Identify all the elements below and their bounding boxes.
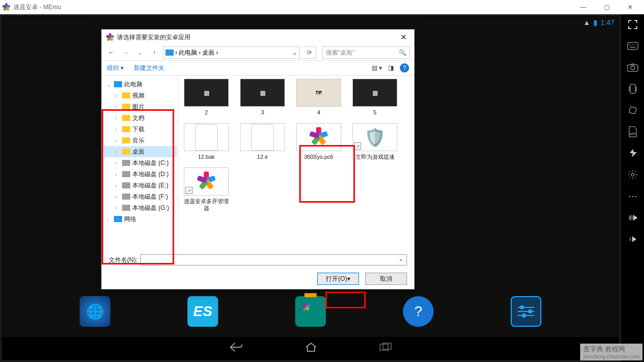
more-icon[interactable]: ⋯ <box>626 189 640 203</box>
browser-app-icon[interactable]: 🌐 <box>80 296 110 327</box>
file-item[interactable]: 🛡️↗立即为游戏提速 <box>352 123 398 160</box>
view-menu[interactable]: ▤ ▾ <box>372 64 382 71</box>
android-statusbar: ▲ ▮ 1:47 <box>3 17 618 28</box>
file-grid[interactable]: ▦2▦3🗺4▦512.bak12.e360Sys.pc6🛡️↗立即为游戏提速↗逍… <box>178 76 414 250</box>
shake-icon[interactable] <box>626 82 640 96</box>
tree-item[interactable]: ›本地磁盘 (C:) <box>103 157 177 168</box>
nav-back-button[interactable]: ← <box>106 47 117 58</box>
clean-icon[interactable] <box>626 146 640 160</box>
apk-icon[interactable]: APK <box>626 125 640 139</box>
maximize-button[interactable]: ▢ <box>595 0 618 14</box>
file-item[interactable]: 12.bak <box>183 123 229 160</box>
tree-item[interactable]: ›文档 <box>103 112 177 124</box>
svg-point-7 <box>520 306 523 309</box>
tree-item[interactable]: ⌄此电脑 <box>103 79 177 90</box>
svg-point-8 <box>529 310 532 313</box>
svg-rect-4 <box>629 107 636 114</box>
dialog-logo-icon <box>106 33 114 41</box>
dialog-navbar: ← → ⌄ ↑ › 此电脑 › 桌面 › ⌄ ⟳ 搜索"桌面" 🔍 <box>102 45 414 60</box>
volume-up-icon[interactable]: 🕪 <box>626 210 640 225</box>
recent-button[interactable] <box>379 342 392 354</box>
file-item[interactable]: ▦3 <box>240 79 285 116</box>
tree-item[interactable]: ›网络 <box>103 213 177 225</box>
back-button[interactable] <box>229 342 243 355</box>
tree-item[interactable]: ›本地磁盘 (G:) <box>103 202 177 213</box>
fullscreen-icon[interactable] <box>626 17 640 32</box>
memu-logo-icon <box>2 3 10 11</box>
rotate-icon[interactable] <box>626 103 640 117</box>
refresh-button[interactable]: ⟳ <box>303 46 316 59</box>
tree-item[interactable]: ›视频 <box>103 90 177 101</box>
dialog-toolbar: 组织 ▾ 新建文件夹 ▤ ▾ ◨ ? <box>102 60 414 76</box>
filename-label: 文件名(N): <box>109 256 137 264</box>
filename-input[interactable] <box>140 254 407 266</box>
tree-item[interactable]: ›下载 <box>103 124 177 135</box>
nav-up-button[interactable]: ↑ <box>149 47 160 58</box>
svg-point-6 <box>631 173 634 176</box>
breadcrumb[interactable]: › 此电脑 › 桌面 › ⌄ <box>163 46 300 59</box>
search-input[interactable]: 搜索"桌面" 🔍 <box>322 46 410 59</box>
minimize-button[interactable]: — <box>571 0 595 14</box>
search-placeholder: 搜索"桌面" <box>326 49 355 57</box>
folder-tree[interactable]: ⌄此电脑›视频›图片›文档›下载›音乐›桌面›本地磁盘 (C:)›本地磁盘 (D… <box>102 76 178 250</box>
memu-titlebar: 逍遥安卓 - MEmu — ▢ ✕ <box>0 0 644 14</box>
appstore-app-icon[interactable] <box>295 296 326 327</box>
nav-forward-button[interactable]: → <box>120 47 131 58</box>
wifi-icon: ▲ <box>583 18 590 27</box>
file-item[interactable]: 360Sys.pc6 <box>296 123 342 160</box>
svg-rect-3 <box>630 84 635 93</box>
file-item[interactable]: ▦5 <box>352 79 398 116</box>
breadcrumb-current[interactable]: 桌面 <box>202 49 214 57</box>
window-title: 逍遥安卓 - MEmu <box>13 3 61 12</box>
filemanager-app-icon[interactable]: ES <box>187 296 218 327</box>
tree-item[interactable]: ›本地磁盘 (D:) <box>103 168 177 180</box>
settings-icon[interactable] <box>626 167 640 182</box>
dialog-footer: 文件名(N): 打开(O) ▾ 取消 <box>102 250 414 289</box>
tree-item[interactable]: ›本地磁盘 (E:) <box>103 180 177 191</box>
file-item[interactable]: ↗逍遥安卓多开管理器 <box>183 167 229 212</box>
volume-down-icon[interactable]: 🕩 <box>626 232 640 246</box>
nav-recent-button[interactable]: ⌄ <box>134 47 146 58</box>
dialog-titlebar: 请选择需要安装的安卓应用 ✕ <box>102 30 414 45</box>
open-button[interactable]: 打开(O) ▾ <box>317 273 359 285</box>
tree-item[interactable]: ›本地磁盘 (F:) <box>103 191 177 202</box>
file-open-dialog: 请选择需要安装的安卓应用 ✕ ← → ⌄ ↑ › 此电脑 › 桌面 › ⌄ ⟳ … <box>101 29 415 289</box>
file-item[interactable]: ▦2 <box>183 79 229 116</box>
tree-item[interactable]: ›音乐 <box>103 135 177 146</box>
help-app-icon[interactable]: ? <box>403 296 434 327</box>
newfolder-button[interactable]: 新建文件夹 <box>134 64 164 73</box>
svg-text:APK: APK <box>629 132 635 135</box>
breadcrumb-root[interactable]: 此电脑 <box>179 49 197 57</box>
organize-menu[interactable]: 组织 ▾ <box>107 64 124 73</box>
file-item[interactable]: 12.e <box>240 123 285 160</box>
search-icon: 🔍 <box>399 49 407 56</box>
file-item[interactable]: 🗺4 <box>296 79 342 116</box>
cancel-button[interactable]: 取消 <box>365 273 407 285</box>
android-dock: 🌐 ES ? <box>3 286 618 337</box>
memu-sidebar: APK ⋯ 🕪 🕩 <box>621 14 644 362</box>
clock-text: 1:47 <box>601 18 614 27</box>
home-button[interactable] <box>304 342 318 355</box>
android-navbar <box>3 337 618 359</box>
svg-point-9 <box>522 314 526 317</box>
close-button[interactable]: ✕ <box>618 0 642 14</box>
svg-point-2 <box>631 66 635 70</box>
battery-icon: ▮ <box>593 18 598 27</box>
pc-icon <box>165 50 174 56</box>
tree-item[interactable]: ›图片 <box>103 101 177 112</box>
keyboard-icon[interactable] <box>626 39 640 53</box>
preview-toggle[interactable]: ◨ <box>388 64 394 71</box>
camera-icon[interactable] <box>626 60 640 75</box>
watermark: 查字典 教程网 jiaocheng.chazidian.com <box>580 344 642 360</box>
help-button[interactable]: ? <box>400 63 409 73</box>
tree-item[interactable]: ›桌面 <box>103 146 177 157</box>
dialog-title: 请选择需要安装的安卓应用 <box>117 33 190 42</box>
settings-app-icon[interactable] <box>511 296 541 327</box>
dialog-close-button[interactable]: ✕ <box>397 32 410 43</box>
